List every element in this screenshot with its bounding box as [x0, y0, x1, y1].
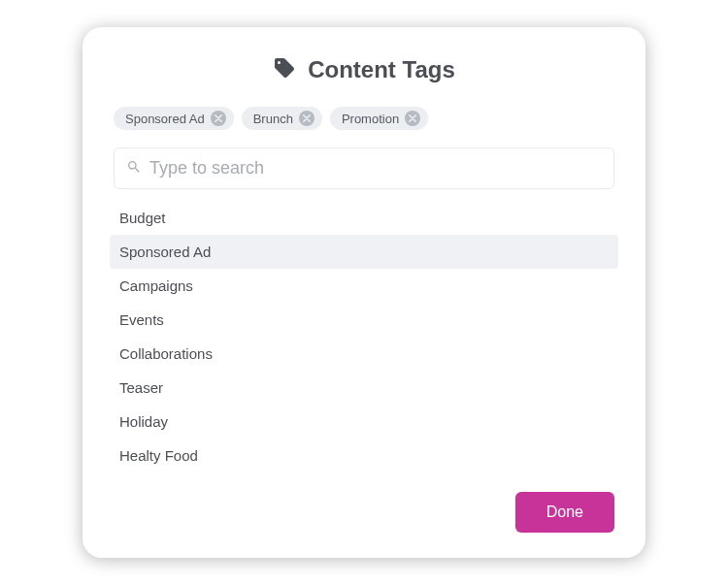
- suggestion-item[interactable]: Sponsored Ad: [110, 235, 618, 269]
- suggestion-item[interactable]: Teaser: [110, 371, 618, 405]
- remove-tag-icon[interactable]: [405, 111, 420, 126]
- selected-tags-row: Sponsored Ad Brunch Promotion: [114, 107, 614, 130]
- suggestion-item[interactable]: Campaigns: [110, 269, 618, 303]
- suggestion-label: Healty Food: [119, 447, 198, 464]
- modal-header: Content Tags: [114, 56, 614, 83]
- suggestion-label: Sponsored Ad: [119, 244, 211, 260]
- content-tags-modal: Content Tags Sponsored Ad Brunch Promoti…: [83, 27, 645, 558]
- tag-chip-label: Brunch: [253, 112, 293, 126]
- modal-title: Content Tags: [308, 56, 455, 83]
- remove-tag-icon[interactable]: [299, 111, 314, 126]
- tag-chip[interactable]: Sponsored Ad: [114, 107, 234, 130]
- suggestion-item[interactable]: Holiday: [110, 405, 618, 439]
- tag-chip-label: Sponsored Ad: [125, 112, 205, 126]
- tag-chip[interactable]: Brunch: [242, 107, 322, 130]
- suggestion-label: Campaigns: [119, 277, 193, 294]
- suggestion-item[interactable]: Healty Food: [110, 439, 618, 472]
- suggestion-label: Collaborations: [119, 345, 213, 362]
- suggestion-label: Teaser: [119, 379, 163, 396]
- search-field[interactable]: [114, 147, 614, 189]
- search-icon: [126, 159, 142, 179]
- suggestion-list: Budget Sponsored Ad Campaigns Events Col…: [110, 201, 618, 472]
- tag-chip[interactable]: Promotion: [330, 107, 428, 130]
- tag-chip-label: Promotion: [342, 112, 399, 126]
- suggestion-item[interactable]: Collaborations: [110, 337, 618, 371]
- remove-tag-icon[interactable]: [211, 111, 226, 126]
- done-button[interactable]: Done: [515, 492, 614, 533]
- tag-icon: [273, 56, 296, 83]
- suggestion-item[interactable]: Events: [110, 303, 618, 337]
- suggestion-item[interactable]: Budget: [110, 201, 618, 235]
- search-input[interactable]: [149, 158, 602, 179]
- suggestion-label: Holiday: [119, 413, 168, 430]
- suggestion-label: Budget: [119, 210, 166, 226]
- suggestion-label: Events: [119, 311, 164, 328]
- modal-footer: Done: [114, 492, 614, 533]
